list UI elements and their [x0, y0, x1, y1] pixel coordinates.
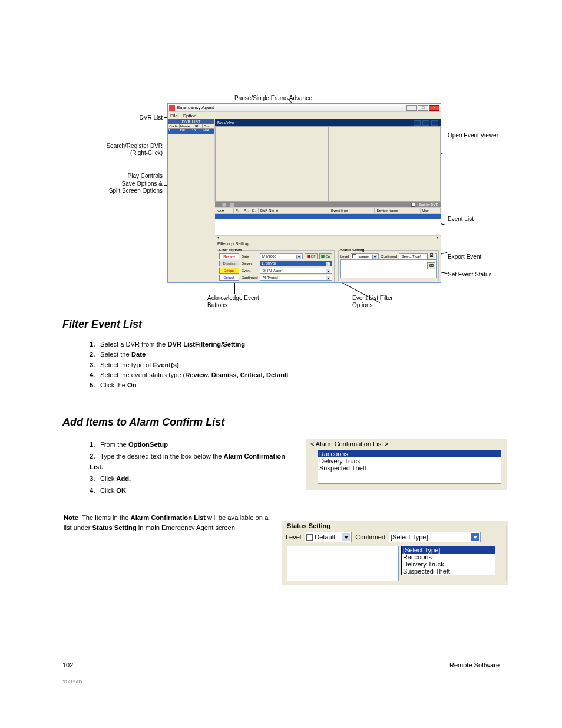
filter-tab[interactable]: Filtering / Setting — [215, 241, 441, 246]
footer-rule — [62, 657, 500, 657]
no-video-label: No Video — [217, 121, 234, 125]
acl-item[interactable]: Suspected Theft — [318, 465, 501, 472]
menubar: File Option — [168, 112, 441, 119]
ann-export: Export Event — [448, 253, 481, 261]
dvr-sidebar: DVR LIST Code Name IP Sta... 1 DE... 10.… — [168, 119, 215, 202]
level-checkbox[interactable] — [306, 534, 313, 541]
acl-listbox[interactable]: Raccoons Delivery Truck Suspected Theft — [318, 450, 501, 484]
option-item[interactable]: Raccoons — [402, 554, 495, 561]
event-columns: No ▾ P... P... D... DVR Name Event time … — [215, 207, 441, 214]
option-item[interactable]: Suspected Theft — [402, 568, 495, 575]
confirmed-dropdown-large[interactable]: [Select Type] ▾ — [389, 532, 481, 542]
event-dropdown[interactable]: [0]. [All Alarm]▾ — [260, 268, 332, 274]
split-button[interactable] — [431, 120, 438, 126]
filter-on-button[interactable]: On — [319, 253, 332, 259]
heading-filter-event-list: Filter Event List — [62, 318, 142, 331]
event-viewer-icon[interactable] — [222, 203, 226, 207]
window-title: Emergency Agent — [177, 105, 406, 110]
chevron-down-icon: ▾ — [471, 533, 479, 541]
ann-event-list: Event List — [448, 216, 474, 223]
critical-button[interactable]: Critical — [219, 268, 239, 274]
event-scrollbar[interactable]: ◄► — [215, 235, 441, 241]
option-item[interactable]: Delivery Truck — [402, 561, 495, 568]
event-row-selected[interactable] — [215, 214, 441, 219]
acl-item[interactable]: Delivery Truck — [318, 457, 501, 465]
ann-search-reg: Search/Register DVR(Right-Click) — [78, 143, 163, 157]
titlebar: Emergency Agent – □ × — [168, 104, 441, 112]
ann-dvr-list: DVR List — [98, 114, 163, 121]
video-pane-right — [328, 126, 441, 202]
maximize-button[interactable]: □ — [418, 105, 428, 111]
status-setting-mini: Status Setting Level Default▾ Confirmed … — [338, 248, 439, 281]
review-button[interactable]: Review — [219, 253, 239, 259]
emergency-agent-window: Emergency Agent – □ × File Option DVR LI… — [167, 103, 441, 283]
alarm-confirm-list: < Alarm Confirmation List > Raccoons Del… — [306, 439, 507, 490]
play-button[interactable] — [414, 120, 421, 126]
menu-file[interactable]: File — [170, 113, 178, 118]
dismiss-button[interactable]: Dismiss — [219, 261, 239, 266]
confirmed-options-list[interactable]: [Select Type] Raccoons Delivery Truck Su… — [401, 546, 495, 575]
minimize-button[interactable]: – — [406, 105, 417, 111]
filter-options: Filter Options Review Dismiss Critical D… — [217, 248, 335, 283]
ann-play-controls: Play Controls — [99, 173, 163, 180]
export-event-button[interactable]: 🖫 — [427, 253, 435, 260]
ann-set-status: Set Event Status — [448, 271, 492, 278]
dvr-cols: Code Name IP Sta... — [168, 124, 214, 129]
dvr-row[interactable]: 1 DE... 10... N/A — [168, 129, 214, 134]
filter-off-button[interactable]: Off — [305, 253, 318, 259]
ann-save-split: Save Options &Split Screen Options — [84, 180, 163, 194]
pause-button[interactable] — [422, 120, 429, 126]
event-list-bar: Sort by DVR — [215, 202, 441, 207]
sort-by-dvr-label: Sort by DVR — [419, 203, 438, 206]
dvr-list-header: DVR LIST — [168, 119, 214, 124]
section-breadcrumb: Remote Software — [449, 661, 500, 668]
close-button[interactable]: × — [429, 105, 439, 111]
page-number: 102 — [62, 661, 73, 668]
level-dropdown[interactable]: Default▾ — [351, 253, 379, 259]
app-icon — [169, 105, 175, 111]
event-viewer-icon2[interactable] — [230, 203, 234, 207]
set-status-button[interactable]: 🖴 — [427, 262, 435, 269]
heading-add-items: Add Items to Alarm Confirm List — [62, 416, 224, 429]
add-steps: 1.From the OptionSetup 2.Type the desire… — [90, 440, 297, 496]
sort-by-dvr-checkbox[interactable] — [411, 203, 415, 207]
ann-ack: Acknowledge EventButtons — [207, 295, 259, 308]
ann-pause: Pause/Single Frame Advance — [234, 95, 312, 102]
status-notes[interactable] — [340, 259, 437, 278]
doc-id: 31419AD — [62, 679, 82, 684]
ann-evt-filter: Event List FilterOptions — [352, 295, 393, 308]
res-dropdown[interactable]: 160 X 128▾ — [297, 282, 332, 283]
confirmed-dropdown[interactable]: [All Types]▾ — [260, 275, 332, 281]
ann-open-evt: Open Event Viewer — [448, 132, 498, 139]
event-rows — [215, 214, 441, 235]
date-dropdown[interactable]: 9/ 9/2008▾ — [260, 253, 303, 259]
acl-title: < Alarm Confirmation List > — [307, 439, 506, 449]
level-dropdown-large[interactable]: Default ▾ — [305, 532, 352, 542]
note-block: Note The items in the Alarm Confirmation… — [64, 513, 271, 533]
default-button[interactable]: Default — [219, 275, 239, 281]
video-pane-left — [215, 126, 328, 202]
status-textarea[interactable] — [287, 546, 399, 581]
menu-option[interactable]: Option — [183, 113, 197, 118]
filter-steps: 1.Select a DVR from the DVR ListFilterin… — [90, 340, 502, 391]
chevron-down-icon: ▾ — [342, 533, 350, 541]
acl-item[interactable]: Raccoons — [318, 450, 501, 457]
images-dropdown[interactable]: 20▾ — [260, 282, 295, 283]
server-dropdown[interactable]: 1.[DEV5]▾ — [260, 261, 332, 266]
status-setting-panel: Status Setting Level Default ▾ Confirmed… — [282, 521, 508, 585]
video-toolbar: No Video — [215, 119, 441, 126]
option-item[interactable]: [Select Type] — [402, 546, 495, 554]
